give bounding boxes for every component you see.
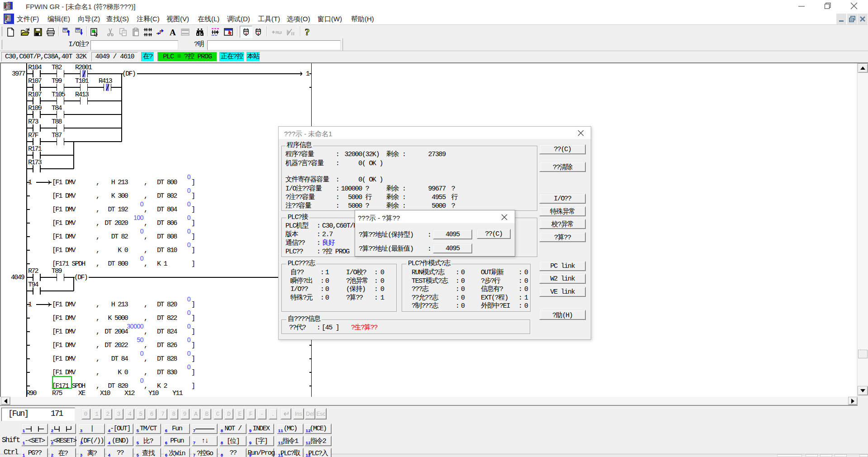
svg-text:RUN: RUN [275, 30, 282, 35]
svg-text:A: A [170, 28, 176, 37]
svg-text:?: ? [305, 28, 310, 37]
